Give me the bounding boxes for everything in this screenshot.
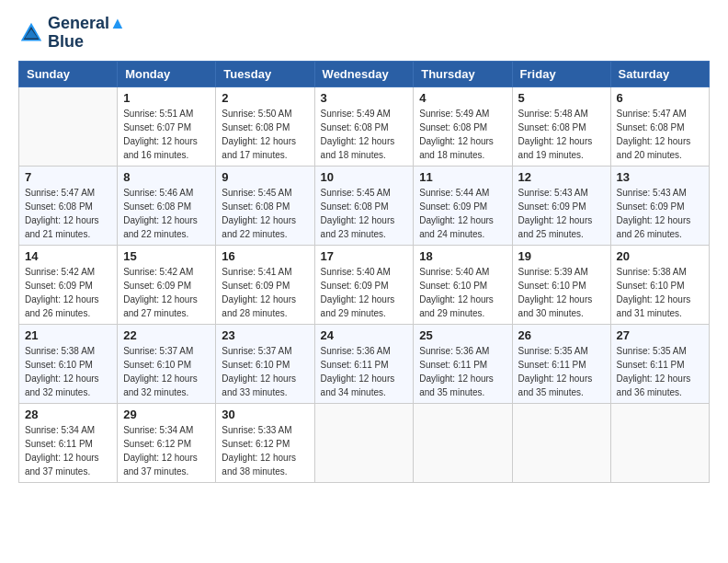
calendar-cell: 9Sunrise: 5:45 AMSunset: 6:08 PMDaylight… (216, 166, 314, 245)
logo: General▲ Blue (18, 15, 126, 52)
calendar-cell: 25Sunrise: 5:36 AMSunset: 6:11 PMDayligh… (414, 324, 512, 403)
day-number: 28 (25, 408, 111, 421)
day-info: Sunrise: 5:42 AMSunset: 6:09 PMDaylight:… (25, 265, 111, 320)
calendar-cell: 19Sunrise: 5:39 AMSunset: 6:10 PMDayligh… (512, 245, 610, 324)
day-info: Sunrise: 5:34 AMSunset: 6:12 PMDaylight:… (123, 423, 210, 478)
day-number: 25 (419, 328, 506, 342)
day-info: Sunrise: 5:51 AMSunset: 6:07 PMDaylight:… (123, 107, 210, 162)
day-info: Sunrise: 5:38 AMSunset: 6:10 PMDaylight:… (617, 265, 703, 320)
day-info: Sunrise: 5:40 AMSunset: 6:10 PMDaylight:… (419, 265, 506, 320)
calendar-cell (512, 403, 610, 482)
day-number: 20 (617, 249, 703, 263)
calendar-cell: 4Sunrise: 5:49 AMSunset: 6:08 PMDaylight… (414, 86, 512, 166)
calendar-cell: 16Sunrise: 5:41 AMSunset: 6:09 PMDayligh… (216, 245, 314, 324)
day-info: Sunrise: 5:36 AMSunset: 6:11 PMDaylight:… (419, 344, 506, 399)
day-number: 12 (518, 170, 605, 184)
day-number: 19 (518, 249, 605, 263)
day-number: 23 (222, 328, 308, 342)
day-info: Sunrise: 5:47 AMSunset: 6:08 PMDaylight:… (617, 107, 703, 162)
day-number: 9 (222, 170, 308, 184)
day-number: 27 (617, 328, 703, 342)
day-number: 24 (321, 328, 408, 342)
day-info: Sunrise: 5:33 AMSunset: 6:12 PMDaylight:… (222, 423, 308, 478)
day-info: Sunrise: 5:41 AMSunset: 6:09 PMDaylight:… (222, 265, 308, 320)
calendar-week-row: 14Sunrise: 5:42 AMSunset: 6:09 PMDayligh… (19, 245, 710, 324)
calendar-cell: 5Sunrise: 5:48 AMSunset: 6:08 PMDaylight… (512, 86, 610, 166)
day-info: Sunrise: 5:34 AMSunset: 6:11 PMDaylight:… (25, 423, 111, 478)
day-number: 13 (617, 170, 703, 184)
calendar-cell: 8Sunrise: 5:46 AMSunset: 6:08 PMDaylight… (118, 166, 216, 245)
day-info: Sunrise: 5:48 AMSunset: 6:08 PMDaylight:… (518, 107, 605, 162)
calendar-cell: 13Sunrise: 5:43 AMSunset: 6:09 PMDayligh… (610, 166, 709, 245)
calendar-cell (610, 403, 709, 482)
calendar-cell: 28Sunrise: 5:34 AMSunset: 6:11 PMDayligh… (19, 403, 118, 482)
calendar-cell (314, 403, 414, 482)
calendar-cell (19, 86, 118, 166)
day-info: Sunrise: 5:45 AMSunset: 6:08 PMDaylight:… (321, 186, 408, 241)
day-info: Sunrise: 5:43 AMSunset: 6:09 PMDaylight:… (617, 186, 703, 241)
day-number: 1 (123, 91, 210, 105)
day-number: 5 (518, 91, 605, 105)
calendar-cell: 22Sunrise: 5:37 AMSunset: 6:10 PMDayligh… (118, 324, 216, 403)
calendar-table: SundayMondayTuesdayWednesdayThursdayFrid… (18, 61, 710, 483)
calendar-week-row: 7Sunrise: 5:47 AMSunset: 6:08 PMDaylight… (19, 166, 710, 245)
day-info: Sunrise: 5:46 AMSunset: 6:08 PMDaylight:… (123, 186, 210, 241)
calendar-cell: 18Sunrise: 5:40 AMSunset: 6:10 PMDayligh… (414, 245, 512, 324)
day-info: Sunrise: 5:42 AMSunset: 6:09 PMDaylight:… (123, 265, 210, 320)
day-number: 3 (321, 91, 408, 105)
calendar-cell: 17Sunrise: 5:40 AMSunset: 6:09 PMDayligh… (314, 245, 414, 324)
calendar-cell: 24Sunrise: 5:36 AMSunset: 6:11 PMDayligh… (314, 324, 414, 403)
calendar-week-row: 1Sunrise: 5:51 AMSunset: 6:07 PMDaylight… (19, 86, 710, 166)
day-info: Sunrise: 5:44 AMSunset: 6:09 PMDaylight:… (419, 186, 506, 241)
calendar-cell: 12Sunrise: 5:43 AMSunset: 6:09 PMDayligh… (512, 166, 610, 245)
calendar-cell: 1Sunrise: 5:51 AMSunset: 6:07 PMDaylight… (118, 86, 216, 166)
col-header-friday: Friday (512, 61, 610, 86)
day-number: 29 (123, 408, 210, 421)
day-number: 22 (123, 328, 210, 342)
calendar-cell: 3Sunrise: 5:49 AMSunset: 6:08 PMDaylight… (314, 86, 414, 166)
day-info: Sunrise: 5:37 AMSunset: 6:10 PMDaylight:… (123, 344, 210, 399)
calendar-cell: 30Sunrise: 5:33 AMSunset: 6:12 PMDayligh… (216, 403, 314, 482)
logo-icon (18, 20, 44, 46)
calendar-cell: 29Sunrise: 5:34 AMSunset: 6:12 PMDayligh… (118, 403, 216, 482)
day-info: Sunrise: 5:50 AMSunset: 6:08 PMDaylight:… (222, 107, 308, 162)
calendar-week-row: 21Sunrise: 5:38 AMSunset: 6:10 PMDayligh… (19, 324, 710, 403)
day-number: 30 (222, 408, 308, 421)
col-header-tuesday: Tuesday (216, 61, 314, 86)
day-number: 11 (419, 170, 506, 184)
day-number: 6 (617, 91, 703, 105)
calendar-cell: 27Sunrise: 5:35 AMSunset: 6:11 PMDayligh… (610, 324, 709, 403)
day-number: 18 (419, 249, 506, 263)
day-info: Sunrise: 5:39 AMSunset: 6:10 PMDaylight:… (518, 265, 605, 320)
calendar-cell: 11Sunrise: 5:44 AMSunset: 6:09 PMDayligh… (414, 166, 512, 245)
col-header-thursday: Thursday (414, 61, 512, 86)
day-number: 17 (321, 249, 408, 263)
day-number: 10 (321, 170, 408, 184)
day-info: Sunrise: 5:38 AMSunset: 6:10 PMDaylight:… (25, 344, 111, 399)
col-header-wednesday: Wednesday (314, 61, 414, 86)
day-info: Sunrise: 5:35 AMSunset: 6:11 PMDaylight:… (617, 344, 703, 399)
calendar-cell: 6Sunrise: 5:47 AMSunset: 6:08 PMDaylight… (610, 86, 709, 166)
day-info: Sunrise: 5:37 AMSunset: 6:10 PMDaylight:… (222, 344, 308, 399)
day-number: 21 (25, 328, 111, 342)
day-number: 26 (518, 328, 605, 342)
day-info: Sunrise: 5:43 AMSunset: 6:09 PMDaylight:… (518, 186, 605, 241)
calendar-week-row: 28Sunrise: 5:34 AMSunset: 6:11 PMDayligh… (19, 403, 710, 482)
day-number: 4 (419, 91, 506, 105)
header: General▲ Blue (18, 15, 710, 52)
calendar-cell: 15Sunrise: 5:42 AMSunset: 6:09 PMDayligh… (118, 245, 216, 324)
calendar-cell: 20Sunrise: 5:38 AMSunset: 6:10 PMDayligh… (610, 245, 709, 324)
calendar-header-row: SundayMondayTuesdayWednesdayThursdayFrid… (19, 61, 710, 86)
col-header-saturday: Saturday (610, 61, 709, 86)
calendar-cell: 23Sunrise: 5:37 AMSunset: 6:10 PMDayligh… (216, 324, 314, 403)
calendar-cell: 7Sunrise: 5:47 AMSunset: 6:08 PMDaylight… (19, 166, 118, 245)
day-info: Sunrise: 5:36 AMSunset: 6:11 PMDaylight:… (321, 344, 408, 399)
logo-text: General▲ Blue (48, 15, 126, 52)
day-number: 15 (123, 249, 210, 263)
calendar-cell: 2Sunrise: 5:50 AMSunset: 6:08 PMDaylight… (216, 86, 314, 166)
day-info: Sunrise: 5:49 AMSunset: 6:08 PMDaylight:… (419, 107, 506, 162)
day-number: 7 (25, 170, 111, 184)
day-number: 8 (123, 170, 210, 184)
calendar-cell: 26Sunrise: 5:35 AMSunset: 6:11 PMDayligh… (512, 324, 610, 403)
day-number: 2 (222, 91, 308, 105)
